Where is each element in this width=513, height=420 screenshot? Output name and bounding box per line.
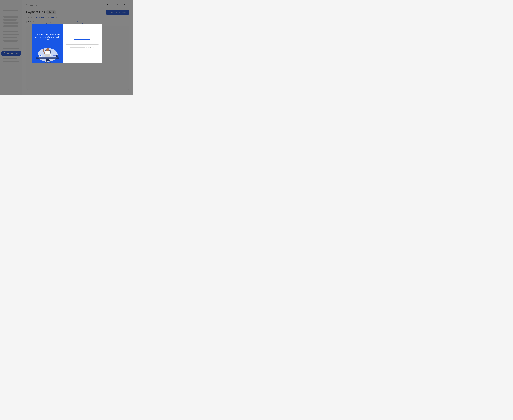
svg-point-9 bbox=[46, 48, 49, 51]
svg-rect-17 bbox=[56, 55, 58, 57]
svg-point-20 bbox=[37, 55, 39, 57]
modal-illustration bbox=[34, 43, 60, 63]
modal-options: (Coming soon) bbox=[63, 23, 102, 63]
svg-rect-16 bbox=[54, 55, 55, 55]
modal-greeting: Hi TheBrandHutt! What do you want to use… bbox=[34, 33, 60, 41]
svg-rect-15 bbox=[53, 55, 56, 56]
svg-rect-19 bbox=[39, 55, 41, 56]
option-skeleton bbox=[70, 47, 85, 48]
svg-point-22 bbox=[50, 62, 51, 63]
coming-soon-label: (Coming soon) bbox=[86, 46, 94, 48]
svg-point-23 bbox=[47, 62, 48, 63]
svg-rect-14 bbox=[53, 56, 56, 56]
modal-left-panel: Hi TheBrandHutt! What do you want to use… bbox=[32, 23, 63, 63]
svg-rect-13 bbox=[45, 57, 51, 57]
svg-point-21 bbox=[45, 62, 46, 63]
option-skeleton bbox=[74, 39, 90, 40]
modal-overlay[interactable]: Hi TheBrandHutt! What do you want to use… bbox=[0, 0, 133, 95]
payment-link-purpose-modal: Hi TheBrandHutt! What do you want to use… bbox=[32, 23, 102, 63]
modal-option-primary[interactable] bbox=[65, 37, 99, 42]
svg-rect-6 bbox=[36, 58, 59, 59]
modal-option-disabled: (Coming soon) bbox=[65, 45, 99, 50]
svg-rect-12 bbox=[45, 54, 50, 57]
svg-point-11 bbox=[43, 49, 44, 50]
